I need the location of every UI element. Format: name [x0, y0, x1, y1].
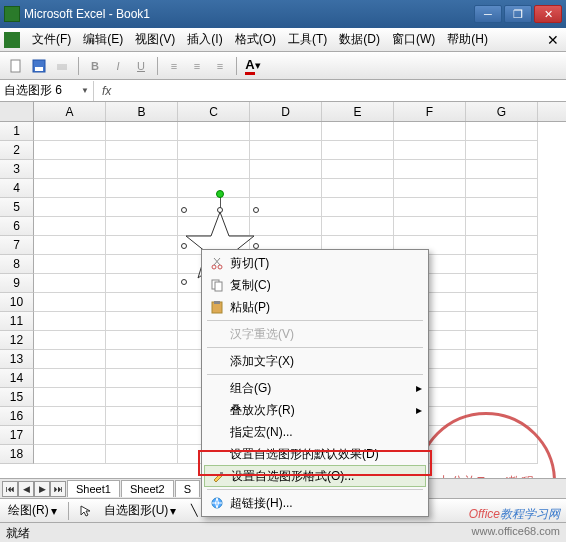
- context-menu-item[interactable]: 剪切(T): [204, 252, 426, 274]
- cell[interactable]: [34, 122, 106, 141]
- cell[interactable]: [466, 198, 538, 217]
- cell[interactable]: [466, 350, 538, 369]
- col-header-d[interactable]: D: [250, 102, 322, 121]
- cell[interactable]: [466, 293, 538, 312]
- cell[interactable]: [34, 312, 106, 331]
- align-left-button[interactable]: ≡: [164, 56, 184, 76]
- row-header[interactable]: 7: [0, 236, 34, 255]
- cell[interactable]: [250, 179, 322, 198]
- cell[interactable]: [106, 179, 178, 198]
- row-header[interactable]: 4: [0, 179, 34, 198]
- cell[interactable]: [178, 179, 250, 198]
- row-header[interactable]: 11: [0, 312, 34, 331]
- cell[interactable]: [466, 160, 538, 179]
- row-header[interactable]: 16: [0, 407, 34, 426]
- cell[interactable]: [178, 141, 250, 160]
- sheet-tab-2[interactable]: Sheet2: [121, 480, 174, 497]
- cell[interactable]: [106, 255, 178, 274]
- cell[interactable]: [106, 122, 178, 141]
- cell[interactable]: [106, 160, 178, 179]
- cell[interactable]: [34, 369, 106, 388]
- cell[interactable]: [394, 122, 466, 141]
- cell[interactable]: [250, 160, 322, 179]
- underline-button[interactable]: U: [131, 56, 151, 76]
- select-all-corner[interactable]: [0, 102, 34, 121]
- row-header[interactable]: 5: [0, 198, 34, 217]
- context-menu-item[interactable]: 复制(C): [204, 274, 426, 296]
- row-header[interactable]: 17: [0, 426, 34, 445]
- cell[interactable]: [106, 293, 178, 312]
- cell[interactable]: [106, 350, 178, 369]
- cell[interactable]: [34, 160, 106, 179]
- row-header[interactable]: 15: [0, 388, 34, 407]
- sheet-tab-3[interactable]: S: [175, 480, 200, 497]
- close-button[interactable]: ✕: [534, 5, 562, 23]
- font-color-button[interactable]: A ▾: [243, 56, 263, 76]
- cell[interactable]: [250, 217, 322, 236]
- cell[interactable]: [466, 312, 538, 331]
- cell[interactable]: [106, 331, 178, 350]
- cell[interactable]: [34, 407, 106, 426]
- cell[interactable]: [322, 179, 394, 198]
- rotation-handle[interactable]: [216, 190, 224, 198]
- cell[interactable]: [106, 369, 178, 388]
- resize-handle-sw[interactable]: [181, 279, 187, 285]
- col-header-g[interactable]: G: [466, 102, 538, 121]
- cell[interactable]: [106, 274, 178, 293]
- cell[interactable]: [34, 350, 106, 369]
- print-button[interactable]: [52, 56, 72, 76]
- row-header[interactable]: 14: [0, 369, 34, 388]
- cell[interactable]: [106, 141, 178, 160]
- italic-button[interactable]: I: [108, 56, 128, 76]
- cell[interactable]: [106, 445, 178, 464]
- align-right-button[interactable]: ≡: [210, 56, 230, 76]
- cell[interactable]: [322, 198, 394, 217]
- cell[interactable]: [394, 217, 466, 236]
- cell[interactable]: [106, 426, 178, 445]
- resize-handle-w[interactable]: [181, 243, 187, 249]
- cell[interactable]: [106, 198, 178, 217]
- menu-file[interactable]: 文件(F): [26, 29, 77, 50]
- menu-view[interactable]: 视图(V): [129, 29, 181, 50]
- cell[interactable]: [322, 160, 394, 179]
- cell[interactable]: [34, 141, 106, 160]
- row-header[interactable]: 1: [0, 122, 34, 141]
- cell[interactable]: [322, 141, 394, 160]
- context-menu-item[interactable]: 叠放次序(R)▸: [204, 399, 426, 421]
- cell[interactable]: [466, 369, 538, 388]
- context-menu-item[interactable]: 粘贴(P): [204, 296, 426, 318]
- bold-button[interactable]: B: [85, 56, 105, 76]
- cell[interactable]: [106, 388, 178, 407]
- row-header[interactable]: 12: [0, 331, 34, 350]
- menu-format[interactable]: 格式(O): [229, 29, 282, 50]
- cell[interactable]: [466, 274, 538, 293]
- cell[interactable]: [466, 255, 538, 274]
- cell[interactable]: [34, 274, 106, 293]
- cell[interactable]: [106, 312, 178, 331]
- cell[interactable]: [250, 141, 322, 160]
- cell[interactable]: [394, 160, 466, 179]
- cell[interactable]: [394, 141, 466, 160]
- resize-handle-n[interactable]: [217, 207, 223, 213]
- new-button[interactable]: [6, 56, 26, 76]
- sheet-nav-next[interactable]: ▶: [34, 481, 50, 497]
- row-header[interactable]: 2: [0, 141, 34, 160]
- cell[interactable]: [466, 331, 538, 350]
- menu-tools[interactable]: 工具(T): [282, 29, 333, 50]
- minimize-button[interactable]: ─: [474, 5, 502, 23]
- cell[interactable]: [106, 236, 178, 255]
- cell[interactable]: [34, 179, 106, 198]
- col-header-c[interactable]: C: [178, 102, 250, 121]
- cell[interactable]: [34, 426, 106, 445]
- cell[interactable]: [34, 236, 106, 255]
- cell[interactable]: [466, 426, 538, 445]
- cell[interactable]: [466, 445, 538, 464]
- cell[interactable]: [466, 141, 538, 160]
- cell[interactable]: [34, 445, 106, 464]
- row-header[interactable]: 9: [0, 274, 34, 293]
- maximize-button[interactable]: ❐: [504, 5, 532, 23]
- col-header-f[interactable]: F: [394, 102, 466, 121]
- cell[interactable]: [34, 255, 106, 274]
- context-menu-item[interactable]: 指定宏(N)...: [204, 421, 426, 443]
- cell[interactable]: [394, 179, 466, 198]
